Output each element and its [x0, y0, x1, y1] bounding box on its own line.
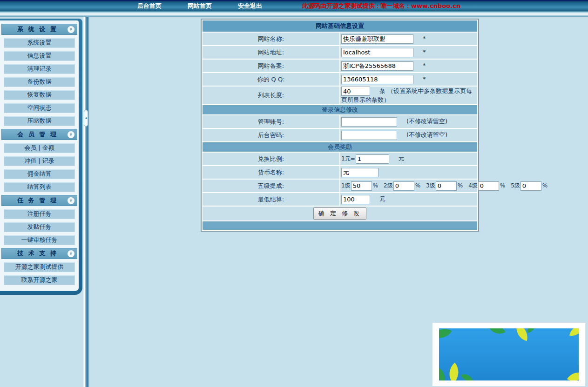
leaf-icon	[439, 367, 448, 380]
form-field-row: 五级提成:1级%2级%3级%4级%5级%	[203, 180, 477, 192]
sidebar-section-header[interactable]: 系 统 设 置»	[1, 24, 77, 35]
text-input[interactable]	[341, 48, 413, 57]
chevron-double-down-icon[interactable]: »	[68, 131, 74, 138]
sidebar-item[interactable]: 开源之家测试提供	[4, 262, 75, 272]
sidebar-item[interactable]: 空间状态	[4, 103, 75, 113]
field-value-cell	[340, 166, 477, 179]
form-field-row: 货币名称:	[203, 166, 477, 179]
form-field-row: 网站名称:*	[203, 33, 477, 45]
topbar-nav: 后台首页网站首页安全退出	[137, 2, 262, 10]
input-suffix: %	[458, 182, 463, 189]
promo-image	[439, 328, 579, 380]
sidebar-item[interactable]: 恢复数据	[4, 90, 75, 100]
form-section-row: 登录信息修改	[203, 105, 477, 114]
submit-cell: 确 定 修 改	[203, 207, 477, 220]
input-group	[341, 195, 370, 202]
text-input[interactable]	[341, 131, 397, 140]
field-note: 元	[379, 195, 385, 202]
input-group	[341, 48, 413, 55]
collapse-sidebar-handle[interactable]: ◂	[84, 110, 88, 127]
field-label: 五级提成:	[203, 180, 339, 192]
sidebar-item[interactable]: 冲值 | 记录	[4, 156, 75, 166]
field-label: 管理账号:	[203, 115, 339, 128]
form-field-row: 最低结算:元	[203, 193, 477, 206]
leaf-icon	[569, 328, 579, 338]
input-suffix: %	[373, 182, 378, 189]
input-group: 2级%	[384, 182, 420, 189]
text-input[interactable]	[393, 181, 414, 191]
sidebar-item[interactable]: 系统设置	[4, 38, 75, 48]
input-group: 4级%	[468, 182, 505, 189]
sidebar-item[interactable]: 信息设置	[4, 51, 75, 61]
text-input[interactable]	[351, 181, 372, 191]
text-input[interactable]	[436, 181, 457, 191]
field-value-cell: *	[340, 46, 477, 59]
sidebar-item[interactable]: 联系开源之家	[4, 275, 75, 285]
sidebar-section-header[interactable]: 技 术 支 持»	[1, 248, 77, 259]
input-group	[341, 118, 397, 125]
leaf-icon	[443, 362, 464, 380]
field-label: 网站名称:	[203, 33, 339, 45]
text-input[interactable]	[356, 154, 389, 164]
text-input[interactable]	[478, 181, 499, 191]
sidebar-item[interactable]: 发贴任务	[4, 222, 75, 232]
sidebar-item[interactable]: 注册任务	[4, 209, 75, 219]
input-group	[341, 168, 378, 175]
form-field-row: 兑换比例:1元=元	[203, 153, 477, 165]
form-section-header: 登录信息修改	[203, 105, 477, 114]
leaf-icon	[461, 372, 473, 380]
field-value-cell: 元	[340, 193, 477, 206]
settings-form: 网站基础信息设置 网站名称:*网站地址:*网站备案:*你的 Q Q:*列表长度:…	[201, 19, 479, 232]
text-input[interactable]	[341, 75, 413, 84]
form-title-row: 网站基础信息设置	[203, 20, 477, 32]
input-prefix: 2级	[384, 182, 393, 189]
input-group	[341, 75, 413, 82]
chevron-double-down-icon[interactable]: »	[68, 26, 74, 33]
sidebar: 系 统 设 置»系统设置信息设置清理记录备份数据恢复数据空间状态压缩数据会 员 …	[0, 19, 82, 295]
submit-row: 确 定 修 改	[203, 207, 477, 220]
form-field-row: 管理账号:(不修改请留空)	[203, 115, 477, 128]
sidebar-item[interactable]: 会员 | 金额	[4, 143, 75, 153]
field-value-cell: 条 （设置系统中多条数据显示页每页所显示的条数）	[340, 87, 477, 104]
field-label: 货币名称:	[203, 166, 339, 179]
text-input[interactable]	[520, 181, 541, 191]
chevron-double-down-icon[interactable]: »	[68, 197, 74, 204]
input-group	[341, 131, 397, 138]
sidebar-item[interactable]: 备份数据	[4, 77, 75, 87]
confirm-modify-button[interactable]: 确 定 修 改	[313, 207, 366, 220]
text-input[interactable]	[341, 168, 378, 177]
nav-link[interactable]: 安全退出	[238, 2, 262, 10]
sidebar-item[interactable]: 清理记录	[4, 64, 75, 74]
text-input[interactable]	[341, 87, 370, 96]
input-suffix: %	[415, 182, 420, 189]
sidebar-section-title: 任 务 管 理	[2, 196, 68, 205]
chevron-double-down-icon[interactable]: »	[68, 250, 74, 257]
field-label: 列表长度:	[203, 87, 339, 104]
input-group: 5级%	[511, 182, 547, 189]
field-label: 你的 Q Q:	[203, 73, 339, 86]
sidebar-item[interactable]: 佣金结算	[4, 169, 75, 179]
leaf-icon	[489, 328, 506, 338]
sidebar-splitter[interactable]: ◂	[83, 17, 89, 387]
main-content: 网站基础信息设置 网站名称:*网站地址:*网站备案:*你的 Q Q:*列表长度:…	[89, 17, 588, 387]
input-suffix: %	[500, 182, 505, 189]
sidebar-item[interactable]: 一键审核任务	[4, 235, 75, 245]
sidebar-item[interactable]: 结算列表	[4, 182, 75, 192]
text-input[interactable]	[341, 61, 413, 71]
text-input[interactable]	[341, 195, 370, 204]
input-prefix: 3级	[426, 182, 435, 189]
form-field-row: 列表长度:条 （设置系统中多条数据显示页每页所显示的条数）	[203, 87, 477, 104]
input-suffix: %	[542, 182, 547, 189]
nav-link[interactable]: 网站首页	[188, 2, 212, 10]
content-area: 系 统 设 置»系统设置信息设置清理记录备份数据恢复数据空间状态压缩数据会 员 …	[0, 17, 588, 387]
sidebar-section-header[interactable]: 任 务 管 理»	[1, 195, 77, 206]
text-input[interactable]	[341, 34, 413, 44]
input-group: 1级%	[341, 182, 378, 189]
text-input[interactable]	[341, 117, 397, 127]
sidebar-section-header[interactable]: 会 员 管 理»	[1, 129, 77, 140]
input-group: 1元=	[341, 155, 389, 162]
form-title: 网站基础信息设置	[203, 20, 477, 32]
nav-link[interactable]: 后台首页	[137, 2, 162, 10]
topbar: 后台首页网站首页安全退出 此源码由开源之家测试提供：唯一域名：www.cnboo…	[0, 0, 588, 11]
sidebar-item[interactable]: 压缩数据	[4, 116, 75, 126]
